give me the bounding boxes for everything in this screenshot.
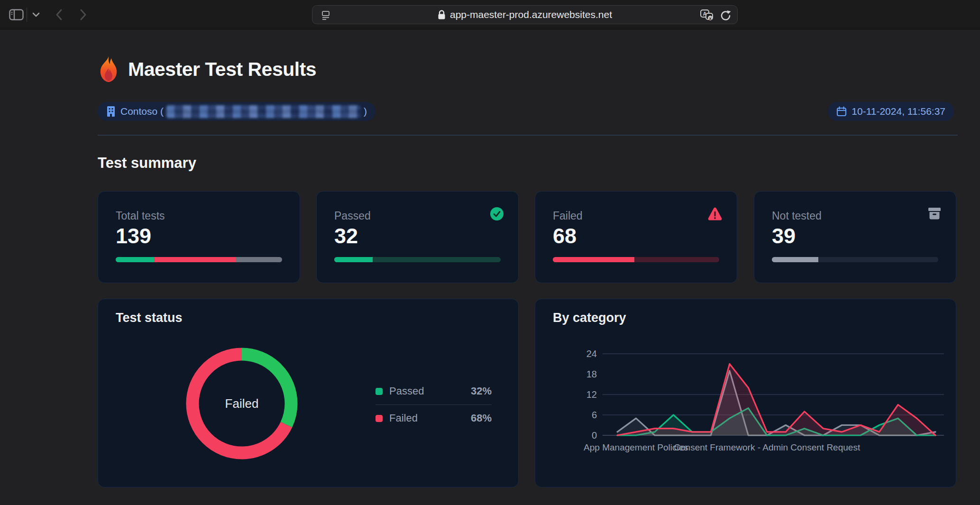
test-status-panel: Test status Failed Passed 32% Failed 68% [98,299,519,487]
back-button[interactable] [49,0,68,29]
chevron-down-icon [32,12,40,17]
legend-value: 68% [471,412,492,424]
status-legend: Passed 32% Failed 68% [376,381,492,429]
card-failed: Failed 68 [535,191,737,283]
check-circle-icon [490,207,504,223]
progress-bar [334,257,501,262]
warning-triangle-icon [707,207,723,223]
card-value: 39 [772,224,796,248]
url-text: app-maester-prod.azurewebsites.net [450,9,612,20]
sidebar-toggle-button[interactable] [6,0,27,29]
by-category-panel: By category 06121824App Management Polic… [535,299,956,487]
redacted-tenant-id [166,105,361,118]
progress-segment [334,257,373,262]
legend-value: 32% [471,385,492,397]
test-status-heading: Test status [116,311,183,325]
progress-bar [772,257,938,262]
progress-segment [154,257,236,262]
tenant-badge: Contoso ( ) [98,102,376,121]
card-value: 139 [116,224,151,248]
card-value: 68 [553,224,577,248]
archive-box-icon [927,207,942,222]
tenant-name: Contoso ( [120,106,164,117]
card-value: 32 [334,224,358,248]
progress-segment [236,257,282,262]
building-icon [106,106,116,117]
test-summary-heading: Test summary [98,155,196,172]
progress-bar [553,257,719,262]
timestamp-badge: 10-11-2024, 11:56:37 [828,102,954,121]
page-header: Maester Test Results [98,56,316,83]
reload-icon[interactable] [720,9,732,22]
legend-row-passed: Passed 32% [376,381,492,402]
forward-button[interactable] [74,0,93,29]
timestamp-text: 10-11-2024, 11:56:37 [852,106,945,117]
toolbar-divider [27,8,27,22]
legend-label: Passed [389,385,464,397]
y-tick-label: 0 [592,430,597,441]
header-divider [98,135,958,136]
y-tick-label: 12 [586,389,597,400]
y-tick-label: 24 [586,349,597,359]
progress-bar [116,257,282,262]
legend-divider [376,404,492,405]
translate-icon[interactable]: A x [700,9,714,22]
card-passed: Passed 32 [316,191,519,283]
card-not-tested: Not tested 39 [754,191,956,283]
sidebar-icon [9,9,24,20]
address-bar[interactable]: app-maester-prod.azurewebsites.net A x [312,5,738,24]
card-total-tests: Total tests 139 [98,191,300,283]
forward-arrow-icon [80,9,87,20]
legend-row-failed: Failed 68% [376,408,492,429]
passed-swatch [376,388,383,395]
card-label: Failed [553,210,583,222]
card-label: Passed [334,210,371,222]
browser-toolbar: app-maester-prod.azurewebsites.net A x [0,0,980,29]
back-arrow-icon [55,9,62,20]
toolbar-chevron-button[interactable] [28,0,44,29]
page-title: Maester Test Results [128,58,316,81]
svg-text:x: x [709,16,711,21]
progress-segment [553,257,634,262]
y-tick-label: 18 [586,369,597,379]
failed-swatch [376,415,383,422]
card-label: Not tested [772,210,822,222]
donut-center-label: Failed [183,344,301,463]
x-axis-label: Consent Framework - Admin Consent Reques… [674,442,861,452]
card-label: Total tests [116,210,165,222]
x-axis-label: App Management Policies [584,442,688,452]
progress-segment [116,257,154,262]
maester-flame-logo [98,56,119,83]
browser-window: app-maester-prod.azurewebsites.net A x [0,0,980,505]
tenant-close-paren: ) [364,106,367,117]
legend-label: Failed [389,412,464,424]
y-tick-label: 6 [592,410,597,420]
calendar-icon [836,106,847,117]
lock-icon [438,9,446,20]
status-donut-chart: Failed [183,344,301,463]
progress-segment [772,257,818,262]
category-line-chart: 06121824App Management PoliciesConsent F… [535,299,957,488]
